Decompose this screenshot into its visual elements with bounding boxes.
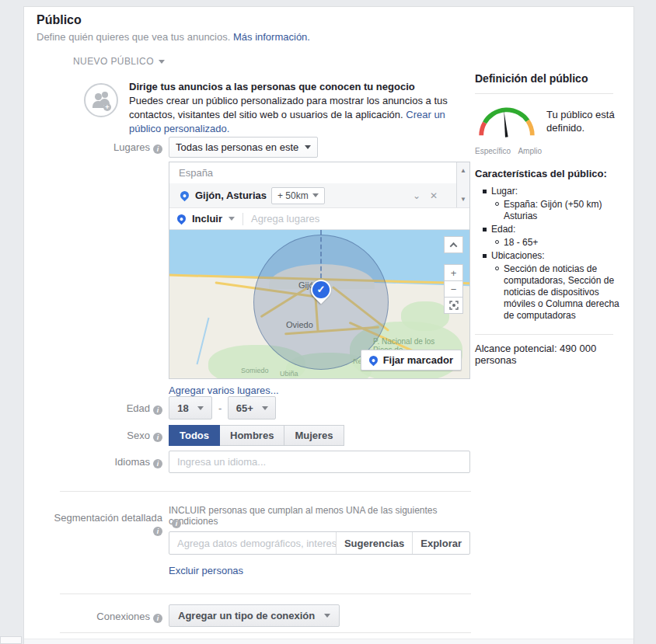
age-max-dropdown[interactable]: 65+ [228,396,276,419]
radius-dropdown[interactable]: + 50km [271,187,325,204]
info-icon[interactable] [172,519,181,528]
suggestions-button[interactable]: Sugerencias [336,532,412,554]
age-min-dropdown[interactable]: 18 [169,396,212,419]
custom-audience-infobox: + Dirige tus anuncios a las personas que… [84,80,473,136]
exclude-people-link[interactable]: Excluir personas [169,565,243,576]
map-zoom-in-button[interactable]: + [444,264,463,281]
include-row: Incluir Agrega lugares [169,207,469,229]
chevron-down-icon [197,406,204,410]
gender-option-hombres[interactable]: Hombres [220,425,284,446]
map-pin-icon [179,190,191,202]
scroll-down-icon[interactable]: ▼ [457,196,469,203]
scroll-up-icon[interactable]: ▲ [457,167,469,174]
idiomas-label-text: Idiomas [114,456,150,468]
infobox-title: Dirige tus anuncios a las personas que c… [129,80,473,94]
idiomas-label: Idiomas [47,456,162,468]
map-center-button[interactable] [444,297,463,314]
info-icon[interactable] [153,144,162,154]
map-green-area [401,301,449,331]
location-name: Gijón, Asturias [195,190,267,201]
trait-value: 18 - 65+ [504,237,628,249]
segmentacion-label-text: Segmentación detallada [54,512,163,524]
gauge-status-text: Tu público está definido. [546,108,628,155]
chevron-down-icon [262,406,268,410]
info-icon[interactable] [153,527,162,536]
audience-form: NUEVO PÚBLICO + Dirige tus anuncios a la… [47,7,483,644]
pin-marker-label: Fijar marcador [383,354,453,366]
people-plus-icon: + [84,83,118,117]
gauge-labels: Específico Amplio [475,147,542,155]
gauge-right-label: Amplio [518,147,542,155]
info-icon[interactable] [153,406,162,415]
square-bullet-icon [483,254,487,258]
trait-value: España: Gijón (+50 km) Asturias [504,199,634,222]
custom-audience-text: Dirige tus anuncios a las personas que c… [129,80,473,136]
trait-value: Sección de noticias de computadoras, Sec… [504,263,628,322]
edad-controls: 18 - 65+ [169,396,276,419]
map-zoom-out-button[interactable]: − [444,280,463,298]
info-icon[interactable] [153,459,162,468]
location-row[interactable]: Gijón, Asturias + 50km ⌄ ✕ [169,183,456,207]
trait-label-row: Ubicaciones: [475,250,634,262]
divider [475,334,613,335]
circle-bullet-icon [495,266,499,270]
location-scrollbar[interactable]: ▲ ▼ [456,162,469,207]
map-collapse-button[interactable] [444,236,463,253]
remove-location-icon[interactable]: ✕ [430,190,438,201]
marker-check-icon: ✓ [312,281,330,298]
infobox-body: Puedes crear un público personalizado pa… [129,95,448,120]
edad-label-text: Edad [127,402,150,414]
edad-label: Edad [47,402,162,415]
chevron-down-icon [305,145,311,149]
pin-marker-button[interactable]: Fijar marcador [361,350,462,371]
audience-card: Público Define quién quieres que vea tus… [23,6,634,644]
person-head-icon [102,92,108,98]
gender-option-mujeres[interactable]: Mujeres [284,425,344,446]
info-icon[interactable] [153,614,162,623]
conexiones-label-text: Conexiones [96,611,150,622]
add-places-input[interactable]: Agrega lugares [251,213,319,225]
include-dropdown[interactable]: Incluir [192,213,222,225]
gender-segmented-control: Todos Hombres Mujeres [169,425,344,446]
sidebar-title: Definición del público [475,72,634,85]
divider [60,491,471,492]
info-icon[interactable] [153,433,162,442]
location-list: España Gijón, Asturias + 50km ⌄ ✕ ▲ ▼ [169,162,469,207]
detailed-targeting-input[interactable]: Agrega datos demográficos, intereses o c… [169,531,470,555]
divider [475,93,613,94]
divider [60,594,471,594]
chevron-down-icon [229,217,235,221]
chevron-down-icon [324,614,330,618]
browse-button[interactable]: Explorar [412,532,469,554]
lugares-label-text: Lugares [113,141,150,153]
expand-location-icon[interactable]: ⌄ [413,190,420,201]
segmentacion-label: Segmentación detallada [47,512,162,536]
language-input[interactable]: Ingresa un idioma... [169,451,470,473]
audience-definition-panel: Definición del público Específico Amplio [475,72,634,366]
trait-item: Lugar: España: Gijón (+50 km) Asturias [475,186,634,222]
chevron-up-icon [450,242,458,249]
square-bullet-icon [483,228,487,231]
sexo-label-text: Sexo [127,430,150,441]
audience-gauge: Específico Amplio [475,102,539,155]
circle-bullet-icon [495,202,499,206]
age-max-value: 65+ [236,402,253,414]
gauge-meter-icon [475,102,539,142]
chevron-down-icon [312,193,319,197]
trait-item: Edad: 18 - 65+ [475,224,634,249]
plus-icon: + [103,103,111,111]
trait-value-row: España: Gijón (+50 km) Asturias [475,199,634,222]
lugares-type-dropdown[interactable]: Todas las personas en este l... [169,137,318,158]
map-area-label: Somiedo [241,367,269,374]
new-audience-selector[interactable]: NUEVO PÚBLICO [73,56,165,67]
gender-option-todos[interactable]: Todos [169,425,220,446]
trait-value-row: 18 - 65+ [475,237,634,249]
sexo-label: Sexo [47,430,162,442]
trait-value-row: Sección de noticias de computadoras, Sec… [475,263,634,322]
age-separator: - [218,402,222,414]
trait-label: Ubicaciones: [491,250,545,262]
location-map[interactable]: Gijón Oviedo Somiedo Ubiña Redes P. Naci… [169,229,469,378]
add-connection-type-button[interactable]: Agregar un tipo de conexión [169,604,340,627]
trait-label: Lugar: [491,186,518,197]
add-multiple-places-link[interactable]: Agregar varios lugares... [169,385,279,396]
